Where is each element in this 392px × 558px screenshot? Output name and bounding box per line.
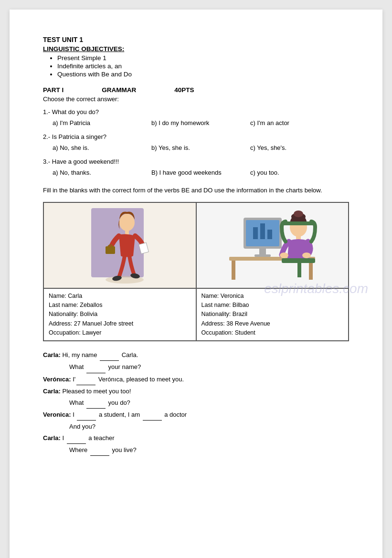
answer-option: a) No, thanks. (53, 169, 151, 176)
part-points: 40PTS (174, 86, 194, 94)
answer-option: a) No, she is. (53, 144, 151, 151)
question-1: 1.- What do you do? a) I'm Patricia b) I… (43, 108, 349, 126)
answer-option: c) I'm an actor (250, 119, 349, 126)
svg-rect-26 (282, 258, 315, 263)
blank-8 (90, 445, 109, 456)
blank-1 (100, 350, 119, 361)
chart-table: Name: Carla Last name: Zeballos National… (43, 202, 349, 342)
speaker-carla-1: Carla: (43, 351, 61, 358)
blank-2 (86, 362, 106, 373)
blank-7 (67, 433, 86, 444)
person1-nationality: Nationality: Bolivia (49, 310, 191, 319)
svg-rect-17 (309, 261, 313, 280)
fill-instruction: Fill in the blanks with the correct form… (43, 186, 349, 195)
blank-5 (77, 410, 96, 421)
question-3-answers: a) No, thanks. B) I have good weekends c… (43, 169, 349, 176)
svg-point-24 (302, 253, 311, 258)
question-3: 3.- Have a good weekend!!! a) No, thanks… (43, 158, 349, 176)
question-3-text: 3.- Have a good weekend!!! (43, 158, 349, 165)
svg-rect-10 (253, 227, 258, 239)
speaker-veronica-1: Verónıca: (43, 376, 71, 383)
person1-illustration (44, 203, 196, 288)
question-2: 2.- Is Patricia a singer? a) No, she is.… (43, 133, 349, 151)
list-item: Indefinite articles a, an (57, 63, 349, 70)
svg-rect-0 (91, 208, 144, 277)
question-2-answers: a) No, she is. b) Yes, she is. c) Yes, s… (43, 144, 349, 151)
objectives-list: Present Simple 1 Indefinite articles a, … (57, 54, 349, 78)
person1-image-cell (43, 202, 196, 288)
person2-lastname: Last name: Bilbao (201, 301, 344, 310)
person2-occupation: Occupation: Student (201, 328, 344, 337)
instruction: Choose the correct answer: (43, 95, 349, 103)
part-subject: GRAMMAR (102, 86, 136, 94)
speaker-carla-2: Carla: (43, 388, 61, 395)
answer-option: c) you too. (250, 169, 349, 176)
page-title: TEST UNIT 1 (43, 36, 349, 43)
speaker-carla-3: Carla: (43, 434, 61, 442)
svg-rect-13 (259, 249, 266, 254)
person1-info: Name: Carla Last name: Zeballos National… (43, 288, 196, 341)
svg-rect-16 (232, 261, 235, 280)
part-header: PART I GRAMMAR 40PTS (43, 86, 349, 94)
answer-option: B) I have good weekends (151, 169, 250, 176)
person1-occupation: Occupation: Lawyer (49, 328, 191, 337)
svg-point-23 (280, 253, 288, 258)
answer-option: a) I'm Patricia (53, 119, 151, 126)
blank-3 (76, 374, 95, 385)
answer-option: b) I do my homework (151, 119, 250, 126)
blank-4 (86, 398, 106, 409)
person1-name: Name: Carla (49, 292, 191, 301)
svg-rect-27 (297, 263, 301, 277)
answer-option: b) Yes, she is. (151, 144, 250, 151)
person2-info: Name: Veronica Last name: Bilbao Nationa… (196, 288, 349, 341)
list-item: Questions with Be and Do (57, 71, 349, 78)
person2-address: Address: 38 Reve Avenue (201, 319, 344, 328)
dialogue-section: Carla: Hi, my name Carla. What your name… (43, 350, 349, 456)
objectives-header: LINGUISTIC OBJECTIVES: (43, 45, 349, 53)
list-item: Present Simple 1 (57, 54, 349, 62)
answer-option: c) Yes, she's. (250, 144, 349, 151)
blank-6 (143, 410, 162, 421)
part-label: PART I (43, 86, 64, 94)
person1-address: Address: 27 Manuel Jofre street (49, 319, 191, 328)
person2-illustration (197, 203, 349, 288)
page: eslprintables.com TEST UNIT 1 LINGUISTIC… (10, 10, 382, 558)
person2-name: Name: Veronica (201, 292, 344, 301)
svg-point-21 (294, 211, 303, 217)
speaker-veronica-2: Veronica: (43, 411, 71, 418)
person2-nationality: Nationality: Brazil (201, 310, 344, 319)
svg-rect-4 (106, 246, 115, 254)
question-2-text: 2.- Is Patricia a singer? (43, 133, 349, 140)
svg-rect-14 (254, 254, 271, 257)
svg-rect-11 (260, 223, 265, 239)
question-1-answers: a) I'm Patricia b) I do my homework c) I… (43, 119, 349, 126)
svg-rect-25 (282, 221, 315, 225)
svg-point-2 (119, 214, 135, 231)
svg-rect-12 (267, 230, 272, 239)
person2-image-cell (196, 202, 349, 288)
person1-lastname: Last name: Zeballos (49, 301, 191, 310)
question-1-text: 1.- What do you do? (43, 108, 349, 116)
